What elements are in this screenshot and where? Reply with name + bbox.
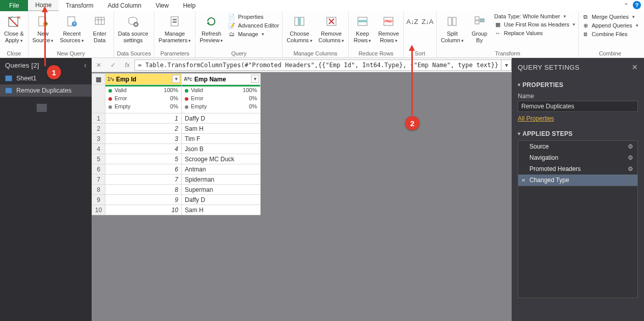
data-source-settings-button[interactable]: Data source settings xyxy=(117,12,149,45)
cell-emp-name[interactable]: Json B xyxy=(182,144,261,154)
table-row[interactable]: 6 6 Antman xyxy=(92,164,261,174)
row-header[interactable]: 5 xyxy=(92,154,105,164)
table-row[interactable]: 5 5 Scrooge MC Duck xyxy=(92,154,261,164)
query-name-input[interactable] xyxy=(518,101,638,112)
row-header[interactable]: 4 xyxy=(92,144,105,154)
formula-expand-icon[interactable]: ▾ xyxy=(501,60,512,71)
row-header[interactable]: 1 xyxy=(92,113,105,124)
manage-parameters-button[interactable]: Manage Parameters xyxy=(157,12,192,45)
properties-header[interactable]: PROPERTIES xyxy=(518,79,638,91)
cell-emp-name[interactable]: Daffy D xyxy=(182,113,261,124)
gear-icon[interactable]: ⚙ xyxy=(628,143,633,150)
column-filter-icon[interactable]: ▾ xyxy=(251,75,259,83)
cell-emp-name[interactable]: Sam H xyxy=(182,205,261,215)
applied-steps-header[interactable]: APPLIED STEPS xyxy=(518,128,638,139)
menu-help[interactable]: Help xyxy=(176,0,203,11)
menu-add-column[interactable]: Add Column xyxy=(101,0,149,11)
row-header[interactable]: 8 xyxy=(92,185,105,195)
applied-step[interactable]: Source⚙ xyxy=(518,141,637,152)
choose-columns-button[interactable]: Choose Columns xyxy=(286,12,313,45)
cell-emp-name[interactable]: Spiderman xyxy=(182,174,261,185)
cell-emp-name[interactable]: Superman xyxy=(182,185,261,195)
fx-icon[interactable]: fx xyxy=(120,59,134,71)
cell-emp-id[interactable]: 6 xyxy=(105,164,182,174)
applied-step[interactable]: Changed Type xyxy=(518,174,637,186)
close-apply-button[interactable]: ✕✓ Close & Apply xyxy=(3,12,25,45)
cell-emp-id[interactable]: 4 xyxy=(105,144,182,154)
cell-emp-id[interactable]: 7 xyxy=(105,174,182,185)
collapse-queries-icon[interactable]: ‹ xyxy=(84,61,87,69)
menu-transform[interactable]: Transform xyxy=(59,0,100,11)
all-properties-link[interactable]: All Properties xyxy=(518,115,554,122)
table-icon xyxy=(5,87,12,94)
table-row[interactable]: 2 2 Sam H xyxy=(92,124,261,134)
split-column-button[interactable]: Split Column xyxy=(440,12,465,45)
remove-columns-button[interactable]: Remove Columns xyxy=(318,12,345,45)
data-type-button[interactable]: Data Type: Whole Number xyxy=(494,13,575,19)
append-queries-button[interactable]: ⊕Append Queries xyxy=(582,22,638,29)
row-header[interactable]: 6 xyxy=(92,164,105,174)
remove-rows-button[interactable]: Remove Rows xyxy=(377,12,400,45)
cancel-formula-icon[interactable]: ✕ xyxy=(92,59,106,71)
help-icon[interactable]: ? xyxy=(633,1,641,9)
sort-desc-button[interactable]: Z↓A xyxy=(422,12,433,32)
row-header[interactable]: 10 xyxy=(92,205,105,215)
table-corner-icon[interactable]: ▦ xyxy=(92,74,105,85)
combine-files-button[interactable]: 🗎Combine Files xyxy=(582,31,638,38)
group-by-button[interactable]: Group By xyxy=(469,12,490,45)
cell-emp-id[interactable]: 9 xyxy=(105,195,182,205)
merge-queries-button[interactable]: ⧉Merge Queries xyxy=(582,13,638,20)
query-item-remove-duplicates[interactable]: Remove Duplicates xyxy=(0,84,92,97)
group-parameters-label: Parameters xyxy=(157,49,192,57)
cell-emp-id[interactable]: 2 xyxy=(105,124,182,134)
cell-emp-name[interactable]: Sam H xyxy=(182,124,261,134)
collapse-ribbon-icon[interactable]: ⌃ xyxy=(624,2,630,8)
recent-sources-button[interactable]: Recent Sources xyxy=(59,12,85,45)
cell-emp-id[interactable]: 8 xyxy=(105,185,182,195)
query-item-sheet1[interactable]: Sheet1 xyxy=(0,72,92,84)
row-header[interactable]: 9 xyxy=(92,195,105,205)
applied-step[interactable]: Navigation⚙ xyxy=(518,152,637,163)
type-chip: Aᴮc xyxy=(184,76,192,82)
enter-data-button[interactable]: Enter Data xyxy=(89,12,110,45)
cell-emp-id[interactable]: 1 xyxy=(105,113,182,124)
table-row[interactable]: 10 10 Sam H xyxy=(92,205,261,215)
gear-icon[interactable]: ⚙ xyxy=(628,165,633,172)
keep-rows-button[interactable]: Keep Rows xyxy=(352,12,373,45)
new-source-button[interactable]: ★ New Source xyxy=(32,12,55,45)
cell-emp-name[interactable]: Antman xyxy=(182,164,261,174)
first-row-headers-button[interactable]: ▦Use First Row as Headers xyxy=(494,21,575,28)
table-row[interactable]: 3 3 Tim F xyxy=(92,134,261,144)
cell-emp-id[interactable]: 10 xyxy=(105,205,182,215)
gear-icon[interactable]: ⚙ xyxy=(628,154,633,161)
close-settings-icon[interactable]: ✕ xyxy=(632,63,638,71)
row-header[interactable]: 7 xyxy=(92,174,105,185)
cell-emp-name[interactable]: Daffy D xyxy=(182,195,261,205)
group-by-icon xyxy=(471,13,488,30)
column-header-emp-id[interactable]: 1²₃Emp Id ▾ xyxy=(105,74,182,85)
table-row[interactable]: 7 7 Spiderman xyxy=(92,174,261,185)
cell-emp-id[interactable]: 5 xyxy=(105,154,182,164)
commit-formula-icon[interactable]: ✓ xyxy=(106,59,120,71)
column-header-emp-name[interactable]: AᴮcEmp Name ▾ xyxy=(182,74,261,85)
applied-step[interactable]: Promoted Headers⚙ xyxy=(518,163,637,174)
menu-view[interactable]: View xyxy=(149,0,176,11)
column-filter-icon[interactable]: ▾ xyxy=(172,75,180,83)
replace-values-button[interactable]: ↔Replace Values xyxy=(494,30,575,37)
table-row[interactable]: 8 8 Superman xyxy=(92,185,261,195)
menu-file[interactable]: File xyxy=(0,0,28,11)
table-row[interactable]: 4 4 Json B xyxy=(92,144,261,154)
properties-button[interactable]: 📄Properties xyxy=(228,13,279,20)
formula-input[interactable] xyxy=(134,60,501,71)
table-row[interactable]: 1 1 Daffy D xyxy=(92,113,261,124)
row-header[interactable]: 2 xyxy=(92,124,105,134)
refresh-preview-button[interactable]: Refresh Preview xyxy=(199,12,224,45)
cell-emp-name[interactable]: Scrooge MC Duck xyxy=(182,154,261,164)
cell-emp-name[interactable]: Tim F xyxy=(182,134,261,144)
row-header[interactable]: 3 xyxy=(92,134,105,144)
sort-asc-button[interactable]: A↓Z xyxy=(407,12,418,32)
cell-emp-id[interactable]: 3 xyxy=(105,134,182,144)
table-row[interactable]: 9 9 Daffy D xyxy=(92,195,261,205)
manage-query-button[interactable]: 🗂Manage xyxy=(228,31,279,38)
advanced-editor-button[interactable]: 📝Advanced Editor xyxy=(228,22,279,29)
